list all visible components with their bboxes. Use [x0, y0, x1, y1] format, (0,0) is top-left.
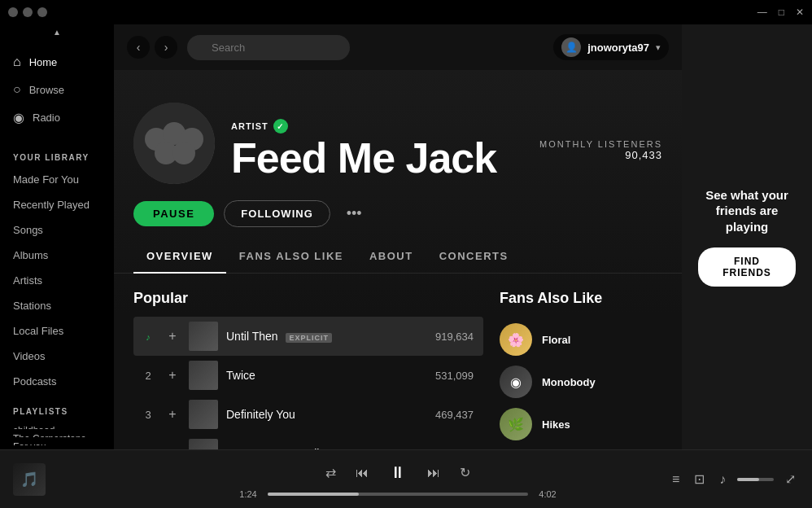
tab-concerts[interactable]: CONCERTS	[426, 240, 522, 274]
track-thumb-4	[189, 439, 218, 449]
progress-bar-wrap: 1:24 4:02	[235, 489, 561, 499]
devices-button[interactable]: ⊡	[691, 468, 708, 490]
fan-avatar-2: 🌿	[500, 408, 532, 440]
title-bar-dot-2[interactable]	[23, 7, 33, 17]
songs-label: Songs	[13, 224, 43, 236]
track-name-1: Until Then EXPLICIT	[226, 330, 427, 343]
track-row[interactable]: 3 + Definitely You 469,437	[133, 395, 483, 434]
search-wrapper: 🔍	[187, 35, 350, 60]
playing-indicator: ♪	[146, 332, 151, 342]
explicit-badge-1: EXPLICIT	[286, 333, 332, 343]
sidebar: ▲ ⌂ Home ○ Browse ◉ Radio YOUR LIBRARY M…	[0, 24, 114, 449]
track-row[interactable]: ♪ + Until Then EXPLICIT 919,634	[133, 317, 483, 356]
following-button[interactable]: FOLLOWING	[224, 200, 330, 227]
monthly-listeners-label: MONTHLY LISTENERS	[539, 139, 662, 149]
track-plays-1: 919,634	[435, 331, 477, 343]
now-playing-thumb: 🎵	[13, 463, 46, 496]
volume-slider[interactable]	[737, 478, 774, 481]
app-body: ▲ ⌂ Home ○ Browse ◉ Radio YOUR LIBRARY M…	[0, 24, 812, 449]
albums-label: Albums	[13, 249, 48, 261]
main-content: ‹ › 🔍 👤 jnoworyta97 ▾	[114, 24, 682, 449]
tab-overview[interactable]: OVERVIEW	[133, 240, 226, 274]
title-bar-dots	[8, 7, 47, 17]
more-options-button[interactable]: •••	[340, 202, 369, 226]
title-bar-controls: — □ ✕	[757, 7, 804, 18]
volume-fill	[737, 478, 759, 481]
track-add-3[interactable]: +	[164, 407, 181, 422]
queue-button[interactable]: ≡	[669, 469, 683, 490]
track-thumb-3	[189, 400, 218, 429]
sidebar-item-browse[interactable]: ○ Browse	[0, 76, 114, 103]
fans-section: Fans Also Like 🌸 Floral ◉ Monobody	[483, 290, 662, 449]
sidebar-item-recently-played[interactable]: Recently Played	[0, 192, 114, 217]
previous-button[interactable]: ⏮	[352, 462, 372, 484]
forward-button[interactable]: ›	[155, 36, 177, 59]
track-row[interactable]: 2 + Twice 531,099	[133, 356, 483, 395]
your-library-label: YOUR LIBRARY	[0, 140, 114, 167]
track-row[interactable]: 4 + No One Does It Like You 277,610	[133, 434, 483, 449]
title-bar: — □ ✕	[0, 0, 812, 24]
track-add-2[interactable]: +	[164, 368, 181, 383]
close-button[interactable]: ✕	[796, 7, 804, 18]
current-time: 1:24	[235, 489, 261, 499]
artist-actions: PAUSE FOLLOWING •••	[114, 200, 682, 240]
podcasts-label: Podcasts	[13, 375, 56, 388]
tab-about[interactable]: ABOUT	[356, 240, 426, 274]
shuffle-button[interactable]: ⇄	[322, 462, 339, 484]
sidebar-item-albums[interactable]: Albums	[0, 243, 114, 268]
next-button[interactable]: ⏭	[424, 462, 443, 484]
fullscreen-button[interactable]: ⤢	[782, 468, 799, 490]
track-thumb-2	[189, 361, 218, 390]
user-area[interactable]: 👤 jnoworyta97 ▾	[553, 34, 669, 60]
play-pause-button[interactable]: ⏸	[385, 460, 411, 486]
volume-icon[interactable]: ♪	[716, 469, 729, 490]
playlist-item-1[interactable]: The Cornerstones o...	[0, 429, 114, 437]
playlist-item-2[interactable]: For you	[0, 437, 114, 445]
progress-fill	[268, 493, 359, 496]
artist-type: ARTIST ✓	[231, 119, 523, 134]
stations-label: Stations	[13, 300, 51, 312]
home-icon: ⌂	[13, 55, 21, 69]
artist-image-placeholder	[133, 103, 215, 184]
playlist-item-0[interactable]: childhood	[0, 421, 114, 429]
fan-item-2[interactable]: 🌿 Hikes	[500, 403, 662, 445]
track-add-1[interactable]: +	[164, 329, 181, 344]
radio-icon: ◉	[13, 110, 24, 125]
artist-page: ARTIST ✓ Feed Me Jack MONTHLY LISTENERS …	[114, 70, 682, 449]
title-bar-dot-3[interactable]	[37, 7, 47, 17]
search-input[interactable]	[187, 35, 350, 60]
sidebar-scroll-top[interactable]: ▲	[0, 24, 114, 40]
recently-played-label: Recently Played	[13, 199, 89, 211]
chevron-down-icon: ▾	[656, 42, 661, 53]
sidebar-item-videos[interactable]: Videos	[0, 344, 114, 369]
sidebar-item-local-files[interactable]: Local Files	[0, 318, 114, 344]
track-plays-2: 531,099	[435, 370, 477, 382]
repeat-button[interactable]: ↻	[456, 462, 474, 484]
sidebar-item-home[interactable]: ⌂ Home	[0, 48, 114, 76]
artist-image	[133, 103, 215, 184]
fan-item-0[interactable]: 🌸 Floral	[500, 318, 662, 361]
username-label: jnoworyta97	[587, 42, 649, 54]
sidebar-item-made-for-you[interactable]: Made For You	[0, 167, 114, 192]
scroll-up-icon[interactable]: ▲	[53, 28, 61, 37]
tab-fans-also-like[interactable]: FANS ALSO LIKE	[226, 240, 356, 274]
minimize-button[interactable]: —	[757, 7, 767, 18]
sidebar-item-radio[interactable]: ◉ Radio	[0, 103, 114, 132]
find-friends-button[interactable]: FIND FRIENDS	[698, 247, 796, 287]
top-nav: ‹ › 🔍 👤 jnoworyta97 ▾	[114, 24, 682, 70]
popular-title: Popular	[133, 290, 483, 307]
sidebar-item-artists[interactable]: Artists	[0, 268, 114, 293]
fan-item-1[interactable]: ◉ Monobody	[500, 361, 662, 403]
track-name-2: Twice	[226, 369, 427, 382]
fan-avatar-0: 🌸	[500, 323, 532, 356]
sidebar-item-stations[interactable]: Stations	[0, 293, 114, 318]
artist-info: ARTIST ✓ Feed Me Jack	[231, 119, 523, 184]
title-bar-dot-1[interactable]	[8, 7, 18, 17]
back-button[interactable]: ‹	[127, 36, 150, 59]
sidebar-item-podcasts[interactable]: Podcasts	[0, 369, 114, 394]
progress-track[interactable]	[268, 493, 528, 496]
pause-button[interactable]: PAUSE	[133, 201, 214, 226]
maximize-button[interactable]: □	[779, 7, 784, 18]
sidebar-item-songs[interactable]: Songs	[0, 217, 114, 243]
track-plays-3: 469,437	[435, 409, 477, 421]
